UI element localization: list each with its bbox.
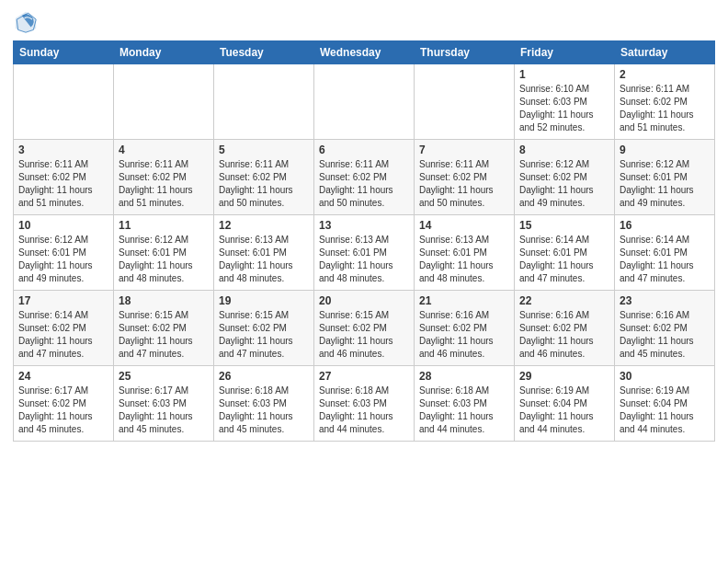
- weekday-header-tuesday: Tuesday: [214, 41, 314, 64]
- day-number: 30: [620, 370, 710, 383]
- day-info: Sunrise: 6:16 AM Sunset: 6:02 PM Dayligh…: [620, 310, 694, 359]
- day-number: 18: [119, 294, 209, 307]
- day-number: 22: [519, 294, 609, 307]
- day-number: 28: [419, 370, 509, 383]
- day-info: Sunrise: 6:13 AM Sunset: 6:01 PM Dayligh…: [419, 235, 494, 283]
- day-number: 17: [18, 294, 108, 307]
- calendar-cell: 17Sunrise: 6:14 AM Sunset: 6:02 PM Dayli…: [14, 291, 114, 366]
- calendar-cell: 18Sunrise: 6:15 AM Sunset: 6:02 PM Dayli…: [114, 291, 214, 366]
- day-info: Sunrise: 6:11 AM Sunset: 6:02 PM Dayligh…: [319, 159, 393, 208]
- day-info: Sunrise: 6:14 AM Sunset: 6:01 PM Dayligh…: [519, 235, 594, 283]
- calendar-week-2: 3Sunrise: 6:11 AM Sunset: 6:02 PM Daylig…: [14, 140, 715, 215]
- calendar-week-4: 17Sunrise: 6:14 AM Sunset: 6:02 PM Dayli…: [14, 291, 715, 366]
- calendar-cell: 29Sunrise: 6:19 AM Sunset: 6:04 PM Dayli…: [515, 366, 615, 442]
- calendar-cell: 28Sunrise: 6:18 AM Sunset: 6:03 PM Dayli…: [415, 366, 515, 442]
- calendar-cell: 21Sunrise: 6:16 AM Sunset: 6:02 PM Dayli…: [415, 291, 515, 366]
- day-info: Sunrise: 6:11 AM Sunset: 6:02 PM Dayligh…: [18, 159, 93, 208]
- day-info: Sunrise: 6:16 AM Sunset: 6:02 PM Dayligh…: [519, 310, 594, 359]
- weekday-header-thursday: Thursday: [415, 41, 515, 64]
- calendar-week-3: 10Sunrise: 6:12 AM Sunset: 6:01 PM Dayli…: [14, 215, 715, 291]
- calendar-cell: 12Sunrise: 6:13 AM Sunset: 6:01 PM Dayli…: [214, 215, 314, 291]
- calendar-cell: 22Sunrise: 6:16 AM Sunset: 6:02 PM Dayli…: [515, 291, 615, 366]
- day-info: Sunrise: 6:12 AM Sunset: 6:02 PM Dayligh…: [519, 159, 594, 208]
- day-info: Sunrise: 6:19 AM Sunset: 6:04 PM Dayligh…: [519, 385, 594, 434]
- calendar-cell: 14Sunrise: 6:13 AM Sunset: 6:01 PM Dayli…: [415, 215, 515, 291]
- day-info: Sunrise: 6:11 AM Sunset: 6:02 PM Dayligh…: [219, 159, 293, 208]
- header: [13, 9, 715, 35]
- day-info: Sunrise: 6:15 AM Sunset: 6:02 PM Dayligh…: [119, 310, 193, 359]
- day-info: Sunrise: 6:18 AM Sunset: 6:03 PM Dayligh…: [219, 385, 293, 434]
- calendar-body: 1Sunrise: 6:10 AM Sunset: 6:03 PM Daylig…: [14, 64, 715, 442]
- day-number: 27: [319, 370, 409, 383]
- day-number: 20: [319, 294, 409, 307]
- day-number: 19: [219, 294, 309, 307]
- calendar: SundayMondayTuesdayWednesdayThursdayFrid…: [13, 40, 715, 442]
- calendar-cell: [415, 64, 515, 140]
- day-info: Sunrise: 6:18 AM Sunset: 6:03 PM Dayligh…: [319, 385, 393, 434]
- calendar-cell: 5Sunrise: 6:11 AM Sunset: 6:02 PM Daylig…: [214, 140, 314, 215]
- calendar-cell: 19Sunrise: 6:15 AM Sunset: 6:02 PM Dayli…: [214, 291, 314, 366]
- day-number: 10: [18, 219, 108, 232]
- day-info: Sunrise: 6:11 AM Sunset: 6:02 PM Dayligh…: [620, 84, 694, 132]
- calendar-week-5: 24Sunrise: 6:17 AM Sunset: 6:02 PM Dayli…: [14, 366, 715, 442]
- day-info: Sunrise: 6:10 AM Sunset: 6:03 PM Dayligh…: [519, 84, 594, 132]
- day-number: 25: [119, 370, 209, 383]
- day-info: Sunrise: 6:11 AM Sunset: 6:02 PM Dayligh…: [119, 159, 193, 208]
- day-info: Sunrise: 6:15 AM Sunset: 6:02 PM Dayligh…: [319, 310, 393, 359]
- calendar-cell: 30Sunrise: 6:19 AM Sunset: 6:04 PM Dayli…: [615, 366, 715, 442]
- day-number: 16: [620, 219, 710, 232]
- day-number: 8: [519, 144, 609, 156]
- day-number: 12: [219, 219, 309, 232]
- day-info: Sunrise: 6:14 AM Sunset: 6:01 PM Dayligh…: [620, 235, 694, 283]
- day-info: Sunrise: 6:15 AM Sunset: 6:02 PM Dayligh…: [219, 310, 293, 359]
- day-info: Sunrise: 6:13 AM Sunset: 6:01 PM Dayligh…: [219, 235, 293, 283]
- weekday-header-friday: Friday: [515, 41, 615, 64]
- day-info: Sunrise: 6:19 AM Sunset: 6:04 PM Dayligh…: [620, 385, 694, 434]
- calendar-cell: [14, 64, 114, 140]
- calendar-header: SundayMondayTuesdayWednesdayThursdayFrid…: [14, 41, 715, 64]
- day-number: 11: [119, 219, 209, 232]
- day-info: Sunrise: 6:18 AM Sunset: 6:03 PM Dayligh…: [419, 385, 494, 434]
- calendar-cell: 8Sunrise: 6:12 AM Sunset: 6:02 PM Daylig…: [515, 140, 615, 215]
- day-number: 23: [620, 294, 710, 307]
- day-number: 26: [219, 370, 309, 383]
- calendar-cell: 26Sunrise: 6:18 AM Sunset: 6:03 PM Dayli…: [214, 366, 314, 442]
- calendar-cell: 10Sunrise: 6:12 AM Sunset: 6:01 PM Dayli…: [14, 215, 114, 291]
- weekday-header-monday: Monday: [114, 41, 214, 64]
- calendar-cell: 16Sunrise: 6:14 AM Sunset: 6:01 PM Dayli…: [615, 215, 715, 291]
- calendar-cell: 27Sunrise: 6:18 AM Sunset: 6:03 PM Dayli…: [314, 366, 415, 442]
- calendar-cell: 1Sunrise: 6:10 AM Sunset: 6:03 PM Daylig…: [515, 64, 615, 140]
- day-info: Sunrise: 6:12 AM Sunset: 6:01 PM Dayligh…: [119, 235, 193, 283]
- calendar-cell: 25Sunrise: 6:17 AM Sunset: 6:03 PM Dayli…: [114, 366, 214, 442]
- day-info: Sunrise: 6:14 AM Sunset: 6:02 PM Dayligh…: [18, 310, 93, 359]
- weekday-header-wednesday: Wednesday: [314, 41, 415, 64]
- day-number: 1: [519, 68, 609, 81]
- calendar-cell: 4Sunrise: 6:11 AM Sunset: 6:02 PM Daylig…: [114, 140, 214, 215]
- day-number: 2: [620, 68, 710, 81]
- day-number: 4: [119, 144, 209, 156]
- day-info: Sunrise: 6:11 AM Sunset: 6:02 PM Dayligh…: [419, 159, 494, 208]
- day-info: Sunrise: 6:17 AM Sunset: 6:03 PM Dayligh…: [119, 385, 193, 434]
- day-number: 24: [18, 370, 108, 383]
- calendar-cell: 15Sunrise: 6:14 AM Sunset: 6:01 PM Dayli…: [515, 215, 615, 291]
- day-number: 13: [319, 219, 409, 232]
- calendar-cell: 3Sunrise: 6:11 AM Sunset: 6:02 PM Daylig…: [14, 140, 114, 215]
- day-number: 29: [519, 370, 609, 383]
- calendar-week-1: 1Sunrise: 6:10 AM Sunset: 6:03 PM Daylig…: [14, 64, 715, 140]
- page: SundayMondayTuesdayWednesdayThursdayFrid…: [0, 0, 728, 454]
- day-info: Sunrise: 6:12 AM Sunset: 6:01 PM Dayligh…: [620, 159, 694, 208]
- calendar-cell: [114, 64, 214, 140]
- day-number: 5: [219, 144, 309, 156]
- logo: [13, 9, 42, 35]
- day-number: 7: [419, 144, 509, 156]
- weekday-header-row: SundayMondayTuesdayWednesdayThursdayFrid…: [14, 41, 715, 64]
- day-number: 14: [419, 219, 509, 232]
- calendar-cell: 24Sunrise: 6:17 AM Sunset: 6:02 PM Dayli…: [14, 366, 114, 442]
- calendar-cell: 6Sunrise: 6:11 AM Sunset: 6:02 PM Daylig…: [314, 140, 415, 215]
- logo-icon: [13, 9, 39, 35]
- day-number: 15: [519, 219, 609, 232]
- calendar-cell: 2Sunrise: 6:11 AM Sunset: 6:02 PM Daylig…: [615, 64, 715, 140]
- day-number: 21: [419, 294, 509, 307]
- calendar-cell: 11Sunrise: 6:12 AM Sunset: 6:01 PM Dayli…: [114, 215, 214, 291]
- day-info: Sunrise: 6:16 AM Sunset: 6:02 PM Dayligh…: [419, 310, 494, 359]
